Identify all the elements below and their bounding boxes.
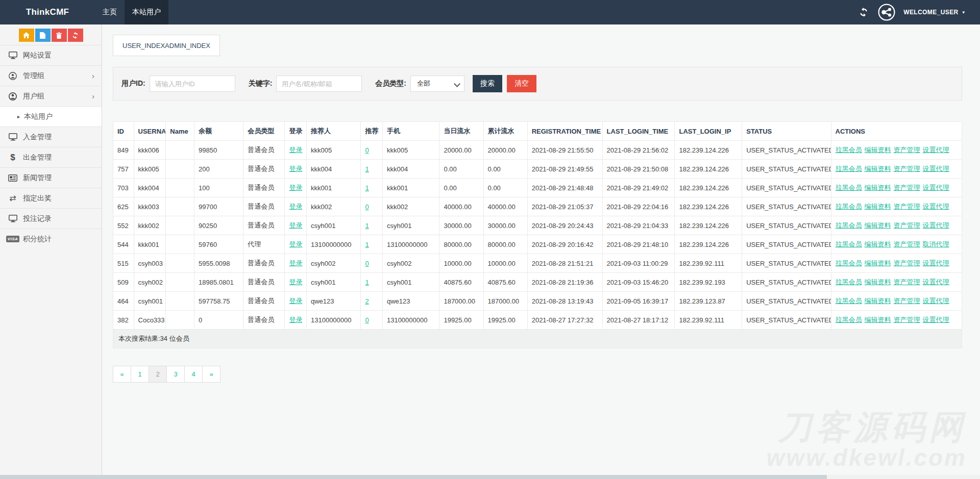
action-link[interactable]: 设置代理 bbox=[923, 278, 949, 286]
login-link[interactable]: 登录 bbox=[289, 165, 302, 172]
sidebar-item-网站设置[interactable]: 网站设置 bbox=[0, 45, 102, 65]
action-link[interactable]: 拉黑会员 bbox=[836, 278, 862, 286]
action-link[interactable]: 资产管理 bbox=[894, 240, 920, 248]
referrals-link[interactable]: 1 bbox=[365, 279, 369, 286]
cell-id: 703 bbox=[113, 179, 134, 197]
sidebar-item-label: 出金管理 bbox=[23, 153, 52, 162]
action-link[interactable]: 资产管理 bbox=[894, 146, 920, 154]
scrollbar-thumb[interactable] bbox=[0, 475, 827, 479]
action-link[interactable]: 编辑资料 bbox=[865, 316, 891, 323]
login-link[interactable]: 登录 bbox=[289, 221, 302, 229]
sidebar-item-本站用户[interactable]: ▸本站用户 bbox=[0, 106, 102, 127]
action-link[interactable]: 编辑资料 bbox=[865, 203, 891, 210]
referrals-link[interactable]: 2 bbox=[365, 297, 369, 305]
referrals-link[interactable]: 0 bbox=[365, 203, 369, 211]
trash-button[interactable] bbox=[52, 29, 67, 42]
sidebar-item-新闻管理[interactable]: 新闻管理 bbox=[0, 167, 102, 188]
page-item-2[interactable]: 2 bbox=[149, 366, 167, 383]
member-type-select[interactable]: 全部 bbox=[410, 75, 464, 92]
action-link[interactable]: 设置代理 bbox=[923, 297, 949, 305]
action-link[interactable]: 资产管理 bbox=[894, 203, 920, 210]
user-menu[interactable]: WELCOME_USER ▼ bbox=[903, 9, 966, 16]
table-row: 703kkk004100普通会员登录kkk0011kkk0010.000.002… bbox=[113, 179, 962, 197]
sidebar-item-用户组[interactable]: 用户组› bbox=[0, 86, 102, 106]
action-link[interactable]: 编辑资料 bbox=[865, 221, 891, 229]
cell-status: USER_STATUS_ACTIVATED bbox=[742, 179, 831, 197]
sidebar-item-指定出奖[interactable]: ⇄指定出奖 bbox=[0, 188, 102, 208]
page-item-3[interactable]: 3 bbox=[166, 366, 185, 383]
action-link[interactable]: 设置代理 bbox=[923, 165, 949, 172]
search-button[interactable]: 搜索 bbox=[473, 75, 502, 92]
referrals-link[interactable]: 1 bbox=[365, 184, 369, 192]
action-link[interactable]: 编辑资料 bbox=[865, 184, 891, 191]
cell-daily_flow: 80000.00 bbox=[439, 235, 483, 254]
home-button[interactable] bbox=[19, 29, 34, 42]
login-link[interactable]: 登录 bbox=[289, 240, 302, 248]
refresh-icon[interactable] bbox=[857, 6, 870, 18]
action-link[interactable]: 编辑资料 bbox=[865, 297, 891, 305]
action-link[interactable]: 拉黑会员 bbox=[836, 259, 862, 267]
referrals-link[interactable]: 1 bbox=[365, 222, 369, 230]
action-link[interactable]: 取消代理 bbox=[923, 240, 949, 248]
referrals-link[interactable]: 1 bbox=[365, 165, 369, 173]
action-link[interactable]: 资产管理 bbox=[894, 259, 920, 267]
action-link[interactable]: 设置代理 bbox=[923, 203, 949, 210]
cell-referrer: kkk001 bbox=[306, 179, 360, 197]
action-link[interactable]: 编辑资料 bbox=[865, 240, 891, 248]
action-link[interactable]: 拉黑会员 bbox=[836, 203, 862, 210]
topnav-item-2[interactable]: 本站用户 bbox=[125, 0, 168, 24]
page-item-»[interactable]: » bbox=[202, 366, 220, 383]
clear-button[interactable]: 清空 bbox=[507, 75, 536, 92]
login-link[interactable]: 登录 bbox=[289, 297, 302, 305]
action-link[interactable]: 拉黑会员 bbox=[836, 165, 862, 172]
action-link[interactable]: 拉黑会员 bbox=[836, 184, 862, 191]
action-link[interactable]: 资产管理 bbox=[894, 184, 920, 191]
action-link[interactable]: 设置代理 bbox=[923, 316, 949, 323]
page-item-1[interactable]: 1 bbox=[131, 366, 149, 383]
horizontal-scrollbar bbox=[0, 475, 980, 479]
referrals-link[interactable]: 0 bbox=[365, 316, 369, 324]
login-link[interactable]: 登录 bbox=[289, 184, 302, 191]
action-link[interactable]: 资产管理 bbox=[894, 316, 920, 323]
action-link[interactable]: 编辑资料 bbox=[865, 146, 891, 154]
sidebar-item-投注记录[interactable]: 投注记录 bbox=[0, 208, 102, 229]
action-link[interactable]: 编辑资料 bbox=[865, 165, 891, 172]
referrals-link[interactable]: 1 bbox=[365, 241, 369, 248]
action-link[interactable]: 拉黑会员 bbox=[836, 146, 862, 154]
action-link[interactable]: 资产管理 bbox=[894, 297, 920, 305]
action-link[interactable]: 编辑资料 bbox=[865, 259, 891, 267]
sidebar-item-积分统计[interactable]: VISA积分统计 bbox=[0, 229, 102, 249]
keyword-input[interactable] bbox=[276, 75, 362, 92]
login-link[interactable]: 登录 bbox=[289, 146, 302, 154]
sidebar-item-入金管理[interactable]: 入金管理 bbox=[0, 127, 102, 147]
action-link[interactable]: 资产管理 bbox=[894, 221, 920, 229]
action-link[interactable]: 拉黑会员 bbox=[836, 240, 862, 248]
referrals-link[interactable]: 0 bbox=[365, 146, 369, 154]
action-link[interactable]: 拉黑会员 bbox=[836, 221, 862, 229]
sidebar-item-管理组[interactable]: 管理组› bbox=[0, 65, 102, 86]
avatar[interactable] bbox=[878, 4, 895, 21]
page-item-«[interactable]: « bbox=[113, 366, 131, 383]
action-link[interactable]: 拉黑会员 bbox=[836, 316, 862, 323]
login-link[interactable]: 登录 bbox=[289, 203, 302, 210]
topnav-item-1[interactable]: 主页 bbox=[95, 0, 125, 24]
file-button[interactable] bbox=[35, 29, 51, 42]
app-brand[interactable]: ThinkCMF bbox=[0, 0, 95, 24]
action-link[interactable]: 设置代理 bbox=[923, 146, 949, 154]
page-item-4[interactable]: 4 bbox=[184, 366, 203, 383]
action-link[interactable]: 编辑资料 bbox=[865, 278, 891, 286]
recycle-button[interactable] bbox=[68, 29, 83, 42]
action-link[interactable]: 资产管理 bbox=[894, 165, 920, 172]
user-id-input[interactable] bbox=[150, 75, 235, 92]
referrals-link[interactable]: 0 bbox=[365, 260, 369, 267]
sidebar-item-出金管理[interactable]: $出金管理 bbox=[0, 147, 102, 167]
login-link[interactable]: 登录 bbox=[289, 259, 302, 267]
action-link[interactable]: 拉黑会员 bbox=[836, 297, 862, 305]
tab-user-index[interactable]: USER_INDEXADMIN_INDEX bbox=[113, 35, 220, 56]
login-link[interactable]: 登录 bbox=[289, 278, 302, 286]
login-link[interactable]: 登录 bbox=[289, 316, 302, 323]
action-link[interactable]: 设置代理 bbox=[923, 184, 949, 191]
action-link[interactable]: 资产管理 bbox=[894, 278, 920, 286]
action-link[interactable]: 设置代理 bbox=[923, 259, 949, 267]
action-link[interactable]: 设置代理 bbox=[923, 221, 949, 229]
